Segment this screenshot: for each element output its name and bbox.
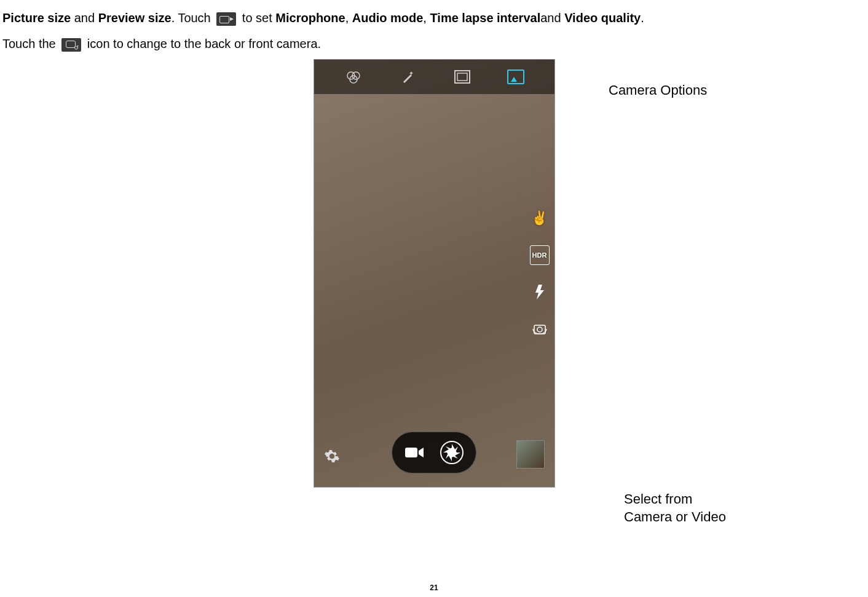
page-content: Picture size and Preview size. Touch to … [0, 5, 868, 488]
hdr-icon[interactable]: HDR [530, 245, 550, 265]
switch-camera-icon [61, 38, 81, 52]
svg-rect-7 [405, 448, 417, 457]
svg-rect-4 [457, 73, 467, 81]
bold-picture-size: Picture size [2, 11, 71, 25]
callout-camera-options: Camera Options [609, 82, 707, 98]
camera-top-bar [314, 60, 554, 94]
page-number: 21 [430, 583, 438, 592]
camera-bottom-controls [392, 432, 476, 473]
rotate-camera-icon[interactable] [530, 319, 550, 339]
shutter-icon[interactable] [438, 438, 466, 467]
gallery-icon[interactable] [507, 69, 524, 84]
bold-microphone: Microphone [275, 11, 345, 25]
bold-time-lapse: Time lapse interval [430, 11, 540, 25]
video-record-icon[interactable] [402, 444, 427, 461]
instruction-line-2: Touch the icon to change to the back or … [0, 31, 868, 57]
callout-select-mode: Select from Camera or Video [624, 491, 726, 526]
filter-icon[interactable] [344, 67, 363, 87]
magic-wand-icon[interactable] [398, 67, 418, 87]
figure-container: ✌ HDR Camera [0, 59, 868, 488]
video-settings-icon [216, 12, 236, 26]
bold-audio-mode: Audio mode [352, 11, 424, 25]
phone-screenshot: ✌ HDR [314, 59, 555, 488]
bold-preview-size: Preview size [98, 11, 172, 25]
thumbnail-preview[interactable] [516, 440, 545, 469]
settings-gear-icon[interactable] [324, 448, 340, 469]
instruction-line-1: Picture size and Preview size. Touch to … [0, 5, 868, 31]
gesture-icon[interactable]: ✌ [530, 208, 550, 228]
camera-side-icons: ✌ HDR [530, 208, 550, 339]
frame-icon[interactable] [452, 67, 472, 87]
bold-video-quality: Video quality [564, 11, 641, 25]
flash-icon[interactable] [530, 282, 550, 302]
svg-point-6 [537, 327, 542, 332]
